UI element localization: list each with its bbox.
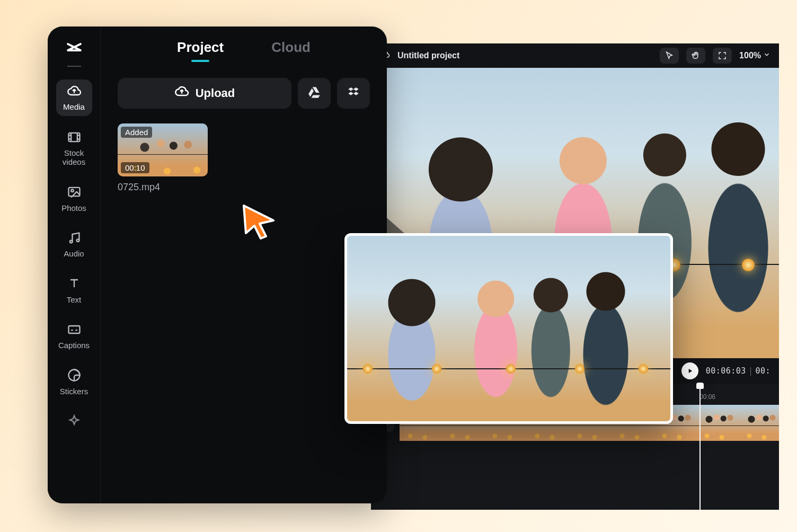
sidebar-item-media[interactable]: Media [56, 79, 92, 116]
image-icon [67, 184, 82, 201]
music-icon [67, 230, 82, 247]
media-body: Project Cloud Upload [101, 26, 387, 503]
media-item[interactable]: Added 00:10 0725.mp4 [118, 123, 208, 193]
duration-badge: 00:10 [121, 162, 149, 173]
media-thumbnail[interactable]: Added 00:10 [118, 123, 208, 176]
pointer-tool-button[interactable] [660, 48, 679, 64]
zoom-value: 100% [739, 51, 761, 60]
sidebar-item-label: Audio [64, 249, 84, 258]
sidebar-item-photos[interactable]: Photos [56, 180, 92, 217]
sidebar-item-effects[interactable]: x [56, 410, 92, 446]
sticker-icon [67, 368, 82, 384]
svg-point-4 [76, 239, 79, 242]
current-time: 00:06:03 [706, 366, 746, 376]
upload-row: Upload [118, 78, 370, 109]
tab-project[interactable]: Project [177, 39, 224, 62]
timecode: 00:06:03|00: [706, 366, 771, 376]
logo-underline [67, 66, 81, 67]
zoom-selector[interactable]: 100% [739, 51, 771, 60]
google-drive-button[interactable] [298, 78, 331, 109]
sidebar-item-stock-videos[interactable]: Stock videos [56, 126, 92, 171]
sidebar-item-label: Stock videos [63, 148, 85, 167]
playhead[interactable] [699, 384, 701, 510]
sidebar-item-label: Photos [61, 203, 86, 212]
google-drive-icon [307, 85, 321, 101]
cloud-upload-icon [174, 84, 189, 102]
media-panel: Media Stock videos Photos Audio Text [48, 26, 387, 503]
cloud-upload-icon [67, 84, 82, 100]
clip-frame[interactable] [696, 405, 739, 441]
sidebar-item-audio[interactable]: Audio [56, 226, 92, 263]
preview-header: Untitled project 100% [371, 43, 779, 68]
upload-label: Upload [196, 86, 235, 100]
svg-point-2 [71, 190, 74, 192]
film-icon [67, 130, 82, 146]
sidebar-item-label: Text [67, 295, 82, 304]
drag-preview [344, 233, 673, 424]
fullscreen-button[interactable] [713, 48, 732, 64]
tab-cloud[interactable]: Cloud [271, 39, 311, 62]
sidebar-item-label: Media [63, 102, 85, 111]
chevron-down-icon [763, 51, 771, 60]
upload-button[interactable]: Upload [118, 78, 291, 109]
tab-row: Project Cloud [118, 39, 370, 62]
ruler-tick: 00:06 [699, 388, 715, 401]
svg-rect-0 [68, 132, 79, 141]
sidebar-item-captions[interactable]: Captions [56, 318, 92, 354]
text-icon [67, 276, 82, 292]
app-logo-icon [65, 39, 84, 60]
sidebar-item-label: Stickers [60, 387, 88, 396]
sparkle-icon [67, 414, 82, 430]
dropbox-button[interactable] [337, 78, 370, 109]
sidebar-item-label: Captions [58, 341, 90, 350]
dropbox-icon [347, 85, 360, 101]
hand-tool-button[interactable] [686, 48, 705, 64]
added-badge: Added [121, 127, 152, 138]
media-filename: 0725.mp4 [118, 182, 208, 193]
sidebar-item-stickers[interactable]: Stickers [56, 363, 92, 400]
sidebar: Media Stock videos Photos Audio Text [48, 26, 101, 503]
captions-icon [67, 322, 82, 339]
svg-rect-5 [68, 326, 79, 333]
project-title[interactable]: Untitled project [397, 51, 459, 60]
total-time: 00: [755, 366, 771, 376]
sidebar-item-text[interactable]: Text [56, 272, 92, 308]
play-button[interactable] [681, 362, 698, 379]
svg-point-3 [69, 240, 72, 243]
clip-frame[interactable] [739, 405, 779, 441]
